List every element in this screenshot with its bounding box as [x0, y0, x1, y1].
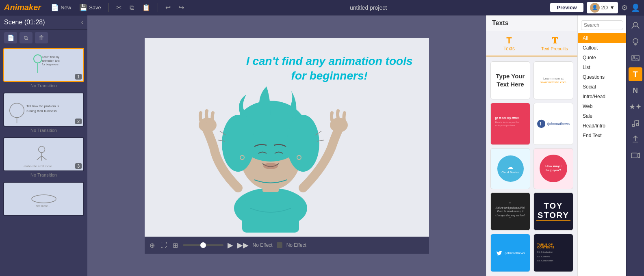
settings-icon[interactable]: ⚙ — [621, 3, 628, 12]
scene-number-1: 1 — [75, 74, 82, 80]
scene-transition-2: No Transition — [3, 127, 84, 134]
mode-select[interactable]: 👤 2D ▼ — [587, 2, 618, 13]
website-learn-label: Learn more at — [543, 77, 564, 80]
text-card-website[interactable]: Learn more at www.website.com — [533, 61, 573, 99]
save-icon: 💾 — [79, 4, 87, 11]
category-item-social[interactable]: Social — [578, 82, 626, 92]
slider-track — [183, 244, 223, 246]
search-input[interactable] — [584, 22, 626, 28]
right-sidebar: T N ★✦ — [626, 15, 644, 276]
svg-point-22 — [263, 163, 278, 169]
story-label: STORY — [538, 211, 569, 220]
play-button[interactable]: ▶ — [228, 241, 233, 250]
preview-button[interactable]: Preview — [550, 3, 583, 12]
scene-preview-svg-3: elaborate a bit more — [6, 140, 82, 170]
scene-item-1[interactable]: I can't find my animation tools for begi… — [3, 48, 84, 82]
text-card-social[interactable]: /johnmathews — [490, 234, 530, 272]
star-sidebar-button[interactable]: ★✦ — [629, 100, 642, 114]
tab-texts[interactable]: T Texts — [486, 31, 532, 56]
toolbar: Animaker 📄 New 💾 Save ✂ ⧉ 📋 ↩ ↪ untitled… — [0, 0, 644, 15]
svg-text:so to point you here: so to point you here — [495, 124, 515, 126]
texts-panel: Texts T Texts 𝐓 Text Prebuilts Type Your… — [486, 15, 577, 276]
scene-item-2[interactable]: Tell how the problem is ruining their bu… — [3, 93, 84, 127]
slider-thumb[interactable] — [200, 242, 206, 248]
timeline-slider[interactable] — [183, 244, 223, 246]
fullscreen-button[interactable]: ⛶ — [160, 241, 168, 250]
upload-sidebar-button[interactable] — [629, 132, 642, 146]
text-card-callout[interactable]: go to see my effect Here is to show you … — [490, 103, 530, 145]
svg-rect-39 — [632, 55, 639, 61]
cut-button[interactable]: ✂ — [114, 3, 124, 12]
redo-icon: ↪ — [179, 4, 184, 11]
undo-button[interactable]: ↩ — [163, 3, 173, 12]
text-card-cloud[interactable]: ☁ Cloud Service — [490, 148, 530, 190]
category-item-intro-head[interactable]: Intro/Head — [578, 92, 626, 101]
cloud-circle: ☁ Cloud Service — [497, 155, 524, 182]
copy-button[interactable]: ⧉ — [127, 3, 137, 12]
category-item-head-intro[interactable]: Head/Intro — [578, 121, 626, 131]
video-sidebar-button[interactable] — [629, 149, 642, 162]
effect-label-1: No Effect — [253, 242, 273, 248]
playback-bar: ⊕ ⛶ ⊞ ▶ ▶▶ No Effect No Effect — [145, 237, 429, 254]
scene-number-2: 2 — [75, 119, 82, 124]
text-card-nature[interactable]: " Nature isn't just beautiful. Even in s… — [490, 192, 530, 231]
lightbulb-icon — [631, 37, 640, 46]
toy-label: TOY — [544, 201, 563, 211]
canvas-frame: I can't find any animation tools for beg… — [145, 38, 429, 237]
category-item-quote[interactable]: Quote — [578, 53, 626, 63]
save-button[interactable]: 💾 Save — [77, 3, 104, 12]
play-all-button[interactable]: ▶▶ — [237, 241, 249, 250]
redo-button[interactable]: ↪ — [176, 3, 186, 12]
category-item-all[interactable]: All — [578, 33, 626, 43]
copy-icon: ⧉ — [130, 4, 134, 11]
add-scene-button[interactable]: 📄 — [4, 32, 17, 43]
help-bubble: How may I help you? — [540, 155, 567, 182]
cut-icon: ✂ — [116, 4, 121, 11]
texts-tab-icon: T — [488, 35, 530, 46]
scene-2-wrapper: Tell how the problem is ruining their bu… — [0, 91, 87, 136]
text-card-toystory[interactable]: TOY STORY — [533, 192, 573, 231]
lightbulb-sidebar-button[interactable] — [629, 35, 642, 49]
plain-text-label: Type Your Text Here — [494, 72, 527, 88]
category-item-web[interactable]: Web — [578, 101, 626, 111]
tab-prebuilts[interactable]: 𝐓 Text Prebuilts — [532, 31, 577, 56]
paste-button[interactable]: 📋 — [140, 3, 153, 12]
duplicate-scene-button[interactable]: ⧉ — [20, 32, 33, 43]
user-icon[interactable]: 👤 — [631, 3, 640, 12]
fit-screen-button[interactable]: ⊕ — [149, 241, 156, 250]
delete-scene-button[interactable]: 🗑 — [35, 32, 48, 43]
new-button[interactable]: 📄 New — [48, 3, 74, 12]
main-area: Scene (01:28) ‹ 📄 ⧉ 🗑 I can't find my an… — [0, 15, 644, 276]
callout-svg: go to see my effect Here is to show you … — [492, 110, 528, 138]
profile-sidebar-button[interactable] — [629, 19, 642, 32]
category-item-questions[interactable]: Questions — [578, 72, 626, 82]
scene-preview-svg-4: one more... — [28, 185, 60, 213]
text-card-help[interactable]: How may I help you? — [533, 148, 573, 190]
svg-point-33 — [537, 119, 545, 127]
scene-transition-3: No Transition — [3, 171, 84, 179]
music-sidebar-button[interactable] — [629, 116, 642, 130]
category-item-list[interactable]: List — [578, 63, 626, 72]
text-card-facebook[interactable]: f /johnmathews — [533, 103, 573, 145]
category-item-callout[interactable]: Callout — [578, 43, 626, 53]
text-sidebar-button[interactable]: T — [629, 67, 642, 81]
star-icon: ★✦ — [629, 102, 642, 111]
svg-text:f: f — [540, 121, 541, 127]
text-sidebar-icon: T — [633, 70, 637, 79]
svg-rect-43 — [631, 153, 637, 158]
category-item-sale[interactable]: Sale — [578, 111, 626, 121]
scene-item-4[interactable]: one more... — [3, 182, 84, 216]
text-card-plain[interactable]: Type Your Text Here — [490, 61, 530, 99]
category-item-end-text[interactable]: End Text — [578, 131, 626, 140]
svg-point-9 — [39, 146, 45, 153]
image-sidebar-button[interactable] — [629, 51, 642, 65]
svg-text:for beginners: for beginners — [42, 63, 59, 66]
text-card-toc[interactable]: TABLE OF CONTENTS 01. Intoduction 02. Co… — [533, 234, 573, 272]
svg-rect-27 — [242, 200, 299, 233]
scenes-collapse-button[interactable]: ‹ — [81, 19, 83, 26]
scene-item-3[interactable]: elaborate a bit more 3 — [3, 137, 84, 171]
letter-n-sidebar-button[interactable]: N — [629, 84, 642, 97]
svg-point-5 — [10, 103, 24, 117]
grid-button[interactable]: ⊞ — [172, 241, 179, 250]
effect-box-1[interactable] — [277, 242, 282, 248]
